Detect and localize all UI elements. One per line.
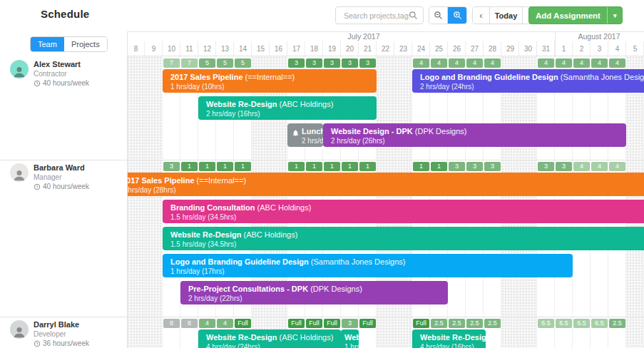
- assignment-bar[interactable]: Website Re-Design (ABC Holdings)1.5 hrs/…: [163, 227, 644, 250]
- capacity-cell: 4: [484, 58, 501, 68]
- search-input[interactable]: [342, 11, 411, 21]
- day-label: 2: [573, 42, 591, 56]
- member-hours-label: 36 hours/week: [43, 339, 89, 347]
- assignment-bar[interactable]: Website Re-Design (ABC Holdings)4 hrs/da…: [412, 329, 486, 348]
- capacity-cell: Full: [288, 319, 305, 328]
- capacity-cell: 2.5: [449, 319, 465, 328]
- day-label: 10: [163, 42, 180, 56]
- assignment-bar[interactable]: Logo and Branding Guideline Design (Sama…: [163, 254, 573, 277]
- zoom-in-button[interactable]: [448, 7, 466, 24]
- member-hours-label: 40 hours/week: [43, 183, 89, 190]
- capacity-cell: Full: [235, 319, 251, 328]
- capacity-cell: 5: [235, 58, 251, 68]
- capacity-cell: 4: [556, 58, 572, 68]
- avatar: [10, 60, 29, 78]
- day-label: 25: [430, 42, 448, 56]
- schedule-app: Schedule ‹ Today ›: [0, 0, 644, 348]
- assignment-bar[interactable]: Website Re-Design (ABC Holdings)2 hrs/da…: [198, 96, 377, 120]
- add-assignment-label: Add Assignment: [529, 11, 607, 20]
- capacity-cell: 3: [449, 162, 465, 171]
- assignment-hours: 4 hrs/day (16hrs): [420, 343, 483, 348]
- project-name: 2017 Sales Pipeline: [127, 176, 195, 185]
- assignment-title: Website Re-Design (ABC Holdings): [420, 333, 483, 342]
- day-header: 8910111213141516171819202122232425262728…: [127, 41, 644, 56]
- assignment-hours: 2 hrs/day (26hrs): [331, 137, 623, 145]
- assignment-bar[interactable]: 2017 Sales Pipeline (==Internal==)1 hrs/…: [127, 173, 644, 196]
- zoom-out-button[interactable]: [429, 7, 448, 24]
- tab-team[interactable]: Team: [31, 37, 64, 51]
- day-label: 13: [216, 42, 234, 56]
- assignment-hours: 2 hrs/day (16hrs): [206, 110, 374, 118]
- client-name: (Samantha Jones Designs): [309, 257, 406, 266]
- capacity-cell: 1: [288, 162, 305, 171]
- today-button[interactable]: Today: [490, 7, 523, 24]
- capacity-cell: 8: [163, 319, 180, 328]
- capacity-cell: 2.5: [431, 319, 447, 328]
- assignment-bar[interactable]: Branding Consultation (ABC Holdings)1.5 …: [163, 200, 644, 223]
- client-name: (ABC Holdings): [241, 230, 297, 239]
- assignment-bar[interactable]: Website Re-Design (ABC Holdings)4 hrs/da…: [198, 329, 341, 348]
- capacity-cell: 1: [199, 162, 215, 171]
- day-label: 4: [608, 42, 626, 56]
- schedule-row: 8844FullFullFullFull3FullFull2.52.52.52.…: [127, 317, 644, 348]
- assignment-hours: 2 hrs/day: [302, 137, 320, 145]
- assignment-title: Lunch: [302, 127, 320, 136]
- client-name: (ABC Holdings): [255, 203, 312, 212]
- day-label: 31: [537, 42, 555, 56]
- add-assignment-button[interactable]: Add Assignment ▾: [528, 6, 623, 24]
- capacity-cell: 3: [556, 162, 572, 171]
- project-name: Lunch: [302, 127, 323, 135]
- member-role: Developer: [34, 330, 66, 338]
- capacity-cell: 5: [217, 58, 233, 68]
- chevron-down-icon[interactable]: ▾: [607, 7, 623, 24]
- assignment-bar[interactable]: Pre-Project Consultations - DPK (DPK Des…: [180, 281, 448, 304]
- bell-icon: [292, 129, 300, 137]
- client-name: (ABC Holdings): [277, 100, 333, 108]
- member-name: Barbara Ward: [34, 163, 85, 172]
- capacity-cell: 1: [217, 162, 233, 171]
- assignment-bar[interactable]: Lunch2 hrs/day: [287, 123, 323, 147]
- assignment-title: Branding Consultation (ABC Holdings): [170, 203, 644, 213]
- assignment-bar[interactable]: 2017 Sales Pipeline (==Internal==)1 hrs/…: [163, 69, 377, 93]
- assignment-title: Website Re-Design (ABC Holdings): [344, 333, 356, 342]
- panel-divider: [127, 31, 128, 348]
- assignment-bar[interactable]: Website Design - DPK (DPK Designs)2 hrs/…: [323, 123, 626, 147]
- team-member-row[interactable]: Darryl BlakeDeveloper36 hours/week: [0, 317, 127, 348]
- assignment-title: Website Re-Design (ABC Holdings): [170, 230, 644, 240]
- assignment-bar[interactable]: Logo and Branding Guideline Design (Sama…: [412, 69, 644, 93]
- project-name: Website Re-Design: [206, 100, 277, 108]
- capacity-cell: 3: [484, 162, 501, 171]
- assignment-hours: 1.5 hrs/day (34.5hrs): [170, 213, 644, 222]
- month-header: July 2017August 2017: [127, 31, 644, 41]
- capacity-cell: 8: [181, 319, 198, 328]
- row-divider: [0, 160, 644, 160]
- member-hours: 40 hours/week: [34, 79, 89, 87]
- schedule-row: 311111111111333334442017 Sales Pipeline …: [127, 160, 644, 317]
- capacity-cell: 3: [538, 162, 554, 171]
- day-label: 30: [519, 42, 537, 56]
- zoom-button-group: [429, 6, 467, 24]
- assignment-title: 2017 Sales Pipeline (==Internal==): [170, 73, 374, 82]
- project-name: Website Re-Design: [170, 230, 241, 239]
- view-tabs: TeamProjects: [30, 36, 108, 52]
- capacity-cell: 5: [199, 58, 215, 68]
- day-label: 24: [412, 42, 430, 56]
- assignment-hours: 4 hrs/day (24hrs): [206, 343, 338, 348]
- day-label: 18: [305, 42, 323, 56]
- team-member-row[interactable]: Alex StewartContractor40 hours/week: [0, 57, 127, 160]
- capacity-cell: 7: [163, 58, 180, 68]
- prev-button[interactable]: ‹: [473, 7, 490, 24]
- day-label: 28: [484, 42, 501, 56]
- project-name: Website Re-Design: [420, 333, 486, 342]
- assignment-bar[interactable]: Website Re-Design (ABC Holdings)1 hrs/da…: [341, 329, 359, 348]
- capacity-cell: 3: [359, 58, 376, 68]
- capacity-cell: 4: [199, 319, 215, 328]
- capacity-cell: Full: [324, 319, 340, 328]
- member-name: Alex Stewart: [34, 60, 81, 68]
- day-label: 22: [377, 42, 394, 56]
- tab-projects[interactable]: Projects: [64, 37, 107, 51]
- capacity-cell: 3: [306, 58, 322, 68]
- assignment-title: Website Re-Design (ABC Holdings): [206, 100, 374, 109]
- team-member-row[interactable]: Barbara WardManager40 hours/week: [0, 160, 127, 317]
- assignment-hours: 1 hrs/day (10hrs): [170, 83, 374, 91]
